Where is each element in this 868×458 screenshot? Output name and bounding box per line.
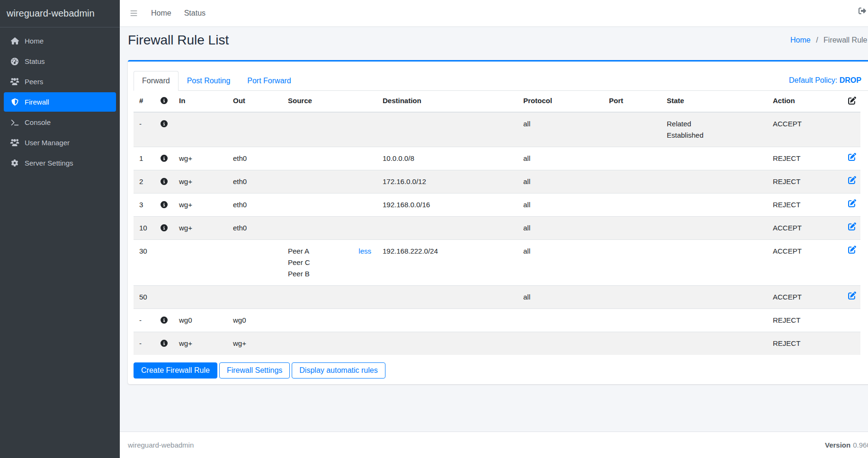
- sidebar-item-label: Status: [25, 57, 45, 65]
- rule-port: [603, 286, 661, 309]
- rule-number: 50: [134, 286, 155, 309]
- rule-in: wg+: [173, 332, 227, 355]
- rule-edit-button[interactable]: [848, 222, 856, 230]
- rule-out: [227, 286, 282, 309]
- tab-forward[interactable]: Forward: [134, 71, 179, 91]
- rule-number: 3: [134, 194, 155, 217]
- rule-edit-button[interactable]: [848, 291, 856, 299]
- table-row: - all RelatedEstablished ACCEPT: [134, 112, 860, 147]
- sidebar-item-firewall[interactable]: Firewall: [4, 92, 116, 112]
- rule-state: [661, 240, 767, 286]
- page-title: Firewall Rule List: [128, 27, 868, 48]
- sidebar-item-status[interactable]: Status: [4, 52, 116, 71]
- sidebar-item-label: User Manager: [25, 139, 70, 147]
- create-firewall-rule-button[interactable]: Create Firewall Rule: [134, 362, 217, 379]
- sidebar-item-label: Console: [25, 118, 51, 126]
- rule-in: [173, 240, 227, 286]
- col-header-state: State: [661, 91, 767, 112]
- table-row: - wg0 wg0 REJECT: [134, 309, 860, 332]
- rule-out: eth0: [227, 147, 282, 170]
- sidebar-item-server-settings[interactable]: Server Settings: [4, 153, 116, 173]
- rule-number: -: [134, 332, 155, 355]
- users-gear-icon: [9, 78, 20, 85]
- sidebar-item-label: Server Settings: [25, 159, 73, 167]
- rule-protocol: all: [518, 170, 603, 194]
- footer: wireguard-webadmin Version0.960: [120, 432, 868, 458]
- gauge-icon: [9, 58, 20, 65]
- info-circle-icon[interactable]: [161, 224, 168, 231]
- info-circle-icon: [161, 97, 168, 104]
- sidebar-item-user-manager[interactable]: User Manager: [4, 133, 116, 152]
- sidebar-brand[interactable]: wireguard-webadmin: [0, 0, 120, 27]
- rule-number: 2: [134, 170, 155, 194]
- rule-protocol: all: [518, 286, 603, 309]
- col-header-out: Out: [227, 91, 282, 112]
- topbar-link-home[interactable]: Home: [151, 9, 171, 18]
- display-automatic-rules-button[interactable]: Display automatic rules: [292, 362, 385, 379]
- main-area: Home Status Firewall Rule List Home / Fi…: [120, 0, 868, 458]
- rule-port: [603, 170, 661, 194]
- rule-destination: 192.168.222.0/24: [377, 240, 518, 286]
- sidebar-item-home[interactable]: Home: [4, 31, 116, 51]
- source-peer: Peer C: [288, 257, 310, 268]
- hamburger-icon[interactable]: [129, 9, 138, 17]
- source-peer: Peer A: [288, 246, 310, 257]
- info-circle-icon[interactable]: [161, 155, 168, 162]
- version-label: Version: [825, 441, 850, 449]
- info-circle-icon[interactable]: [161, 178, 168, 185]
- firewall-table-body: - all RelatedEstablished ACCEPT 1: [134, 112, 860, 355]
- table-row: 1 wg+ eth0 10.0.0.0/8 all REJECT: [134, 147, 860, 170]
- rule-number: 30: [134, 240, 155, 286]
- tab-port-forward[interactable]: Port Forward: [239, 71, 299, 91]
- rule-protocol: [518, 332, 603, 355]
- rule-edit-button[interactable]: [848, 199, 856, 207]
- rule-action: ACCEPT: [767, 286, 842, 309]
- firewall-settings-button[interactable]: Firewall Settings: [219, 362, 290, 379]
- rule-edit-button[interactable]: [848, 153, 856, 161]
- rule-port: [603, 194, 661, 217]
- rule-state: RelatedEstablished: [661, 112, 767, 147]
- rule-action: REJECT: [767, 332, 842, 355]
- rule-number: -: [134, 112, 155, 147]
- rule-state: [661, 170, 767, 194]
- col-header-action: Action: [767, 91, 842, 112]
- rule-destination: [377, 309, 518, 332]
- rule-out: eth0: [227, 217, 282, 240]
- info-circle-icon[interactable]: [161, 340, 168, 347]
- info-circle-icon[interactable]: [161, 317, 168, 324]
- col-header-edit: [842, 91, 860, 112]
- rule-port: [603, 147, 661, 170]
- sidebar-item-label: Home: [25, 37, 44, 45]
- less-link[interactable]: less: [358, 246, 371, 257]
- sign-out-icon[interactable]: [858, 7, 867, 16]
- rule-port: [603, 309, 661, 332]
- rule-action: ACCEPT: [767, 217, 842, 240]
- rule-protocol: all: [518, 112, 603, 147]
- rule-port: [603, 112, 661, 147]
- state-value: Established: [667, 130, 761, 141]
- rule-action: REJECT: [767, 194, 842, 217]
- rule-protocol: all: [518, 240, 603, 286]
- rule-in: wg+: [173, 194, 227, 217]
- topbar-link-status[interactable]: Status: [184, 9, 206, 18]
- rule-in: wg+: [173, 170, 227, 194]
- home-icon: [9, 37, 20, 44]
- shield-icon: [9, 98, 20, 106]
- default-policy-value: DROP: [840, 76, 861, 84]
- rule-destination: 192.168.0.0/16: [377, 194, 518, 217]
- rule-destination: [377, 286, 518, 309]
- breadcrumb-home-link[interactable]: Home: [790, 36, 811, 44]
- tab-post-routing[interactable]: Post Routing: [179, 71, 239, 91]
- rule-state: [661, 332, 767, 355]
- table-row: 50 all ACCEPT: [134, 286, 860, 309]
- sidebar-item-console[interactable]: Console: [4, 113, 116, 132]
- info-circle-icon[interactable]: [161, 120, 168, 127]
- info-circle-icon[interactable]: [161, 201, 168, 208]
- rule-edit-button[interactable]: [848, 246, 856, 254]
- breadcrumb-separator: /: [816, 36, 818, 44]
- rule-edit-button[interactable]: [848, 176, 856, 184]
- breadcrumb: Home / Firewall Rule List: [790, 36, 868, 44]
- sidebar-item-peers[interactable]: Peers: [4, 72, 116, 91]
- rule-state: [661, 194, 767, 217]
- rule-protocol: all: [518, 217, 603, 240]
